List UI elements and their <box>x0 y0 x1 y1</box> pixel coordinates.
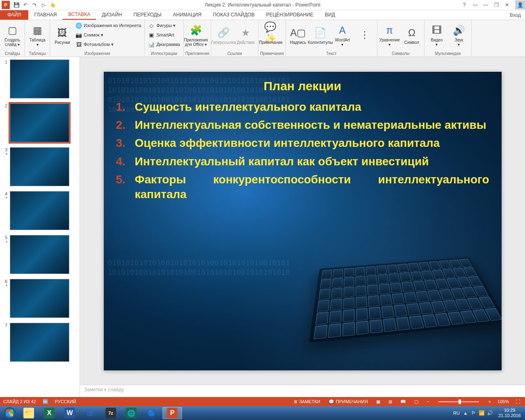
task-chrome[interactable]: 🔵 <box>142 407 162 419</box>
ribbon-btn[interactable]: 🖼Рисунки <box>52 21 73 50</box>
task-word[interactable]: W <box>60 407 80 419</box>
login-link[interactable]: Вход <box>506 11 525 20</box>
notes-pane[interactable]: Заметки к слайду <box>80 385 525 397</box>
tab-вставка[interactable]: ВСТАВКА <box>62 10 96 20</box>
sorter-view-button[interactable]: ⊞ <box>387 399 394 404</box>
language-status[interactable]: РУССКИЙ <box>55 399 76 404</box>
minimize-button[interactable]: — <box>481 1 491 9</box>
user-icon[interactable]: 👤 <box>515 0 525 9</box>
file-tab[interactable]: ФАЙЛ <box>0 10 28 20</box>
ribbon-btn[interactable]: ▣SmartArt <box>146 30 181 39</box>
thumbnail-panel[interactable]: 123*4*5*6*7 <box>0 57 80 397</box>
slide-list[interactable]: 1.Сущность интеллектуального капитала2.И… <box>116 96 489 205</box>
tab-главная[interactable]: ГЛАВНАЯ <box>28 10 62 20</box>
thumb-preview <box>10 103 69 142</box>
ribbon-btn[interactable]: 🧩Приложения для Office ▾ <box>185 21 207 50</box>
undo-button[interactable]: ↶ <box>21 1 30 9</box>
ribbon-btn: ★Действие <box>235 21 256 50</box>
tab-дизайн[interactable]: ДИЗАЙН <box>96 10 128 20</box>
item-number: 3. <box>116 137 135 150</box>
tab-рецензирование[interactable]: РЕЦЕНЗИРОВАНИЕ <box>260 10 319 20</box>
tab-показ слайдов[interactable]: ПОКАЗ СЛАЙДОВ <box>207 10 260 20</box>
tray-up-icon[interactable]: ▴ <box>462 410 469 416</box>
ribbon-btn[interactable]: ◇Фигуры ▾ <box>146 21 181 30</box>
thumbnail-item[interactable]: 6* <box>0 276 80 320</box>
thumbnail-item[interactable]: 1 <box>0 57 80 101</box>
ribbon-btn[interactable]: ▢Создать слайд ▾ <box>2 21 23 50</box>
redo-button[interactable]: ↷ <box>30 1 39 9</box>
thumb-number: 1 <box>2 59 7 98</box>
ribbon-btn[interactable]: A▢Надпись <box>288 21 309 50</box>
task-7zip[interactable]: 7z <box>101 407 121 419</box>
slide-list-item[interactable]: 5.Факторы конкурентоспособности интеллек… <box>116 172 489 202</box>
zoom-out-button[interactable]: − <box>425 399 431 404</box>
thumbnail-item[interactable]: 5* <box>0 233 80 276</box>
thumbnail-item[interactable]: 3* <box>0 145 80 189</box>
ribbon-group-Иллюстрации: ◇Фигуры ▾▣SmartArt📊ДиаграммаИллюстрации <box>145 20 183 57</box>
normal-view-button[interactable]: ▣ <box>374 399 382 404</box>
reading-view-button[interactable]: 📖 <box>399 399 408 404</box>
ribbon-btn[interactable]: 🌐Изображения из Интернета <box>74 21 143 30</box>
thumbnail-item[interactable]: 7 <box>0 320 80 364</box>
slide-title[interactable]: План лекции <box>104 79 502 93</box>
thumb-number: 6* <box>2 279 7 318</box>
ribbon-btn[interactable]: 🎞Видео ▾ <box>426 21 447 50</box>
ribbon-btn[interactable]: 💬✨Примечание <box>260 21 281 50</box>
ribbon-btn[interactable]: ▦Таблица ▾ <box>27 21 48 50</box>
task-powerpoint[interactable]: P <box>162 407 182 419</box>
task-ie[interactable]: ⓔ <box>80 407 100 419</box>
slideshow-view-button[interactable]: ▢ <box>413 399 420 404</box>
task-excel[interactable]: X <box>39 407 59 419</box>
tab-анимация[interactable]: АНИМАЦИЯ <box>167 10 207 20</box>
ribbon-btn[interactable]: 🔊Звук ▾ <box>448 21 470 50</box>
zoom-level[interactable]: 105% <box>498 399 509 404</box>
spell-check-icon[interactable]: 🔤 <box>41 399 50 404</box>
taskbar: 📁 X W ⓔ 7z 🌐 🔵 P RU ▴ 🏳 📶 🔊 10:29 21.10.… <box>0 406 525 420</box>
tray-sound-icon[interactable]: 🔊 <box>487 410 493 416</box>
clock[interactable]: 10:29 21.10.2016 <box>496 408 523 418</box>
tray-lang[interactable]: RU <box>453 411 460 415</box>
close-button[interactable]: ✕ <box>502 1 512 9</box>
slide-canvas[interactable]: 0101010101010010101010100101010101001010… <box>104 72 502 370</box>
ribbon-group-Примечания: 💬✨ПримечаниеПримечания <box>258 20 286 57</box>
zoom-slider[interactable] <box>438 401 479 402</box>
task-explorer[interactable]: 📁 <box>19 407 39 419</box>
item-text: Факторы конкурентоспособности интеллекту… <box>135 172 489 202</box>
save-button[interactable]: 💾 <box>12 1 21 9</box>
ribbon-btn[interactable]: 📊Диаграмма <box>146 40 181 49</box>
thumb-preview <box>10 59 69 98</box>
help-button[interactable]: ? <box>459 1 469 9</box>
restore-button[interactable]: ❐ <box>491 1 501 9</box>
ribbon-group-Слайды: ▢Создать слайд ▾Слайды <box>0 20 25 57</box>
start-button[interactable] <box>2 407 18 419</box>
slide-list-item[interactable]: 1.Сущность интеллектуального капитала <box>116 100 489 114</box>
thumbnail-item[interactable]: 2 <box>0 101 80 145</box>
notes-button[interactable]: ≣ ЗАМЕТКИ <box>292 399 322 404</box>
tab-вид[interactable]: ВИД <box>319 10 341 20</box>
ribbon-options-button[interactable]: ▭ <box>470 1 480 9</box>
ribbon-group-label: Иллюстрации <box>146 51 181 57</box>
ribbon-group-label: Слайды <box>2 51 23 57</box>
ribbon-group-label: Символы <box>379 51 422 57</box>
fit-button[interactable]: ⛶ <box>514 399 522 404</box>
ribbon-btn[interactable]: 🖼Фотоальбом ▾ <box>74 40 143 49</box>
zoom-in-button[interactable]: + <box>486 399 492 404</box>
ribbon-btn[interactable]: 📄Колонтитулы <box>310 21 331 50</box>
slide-list-item[interactable]: 3.Оценка эффективности интеллектуального… <box>116 136 489 151</box>
ribbon-btn[interactable]: AWordArt ▾ <box>332 21 353 50</box>
touch-mode-button[interactable]: 👆 <box>48 1 57 9</box>
tray-network-icon[interactable]: 📶 <box>479 410 485 416</box>
tab-переходы[interactable]: ПЕРЕХОДЫ <box>128 10 167 20</box>
ribbon-btn[interactable]: πУравнение ▾ <box>379 21 400 50</box>
comments-button[interactable]: 💬 ПРИМЕЧАНИЯ <box>327 399 370 404</box>
ribbon-btn[interactable]: 📷Снимок ▾ <box>74 30 143 39</box>
thumbnail-item[interactable]: 4* <box>0 189 80 233</box>
ribbon-btn[interactable]: ΩСимвол <box>401 21 422 50</box>
slideshow-button[interactable]: ▷ <box>39 1 48 9</box>
slide-list-item[interactable]: 4.Интеллектуальный капитал как объект ин… <box>116 154 489 169</box>
slide-list-item[interactable]: 2.Интеллектуальная собственность и немат… <box>116 118 489 132</box>
ribbon-btn[interactable]: ⋮ <box>354 21 375 50</box>
task-app1[interactable]: 🌐 <box>121 407 141 419</box>
tray-flag-icon[interactable]: 🏳 <box>470 410 477 416</box>
ribbon-group-label: Текст <box>288 51 375 57</box>
